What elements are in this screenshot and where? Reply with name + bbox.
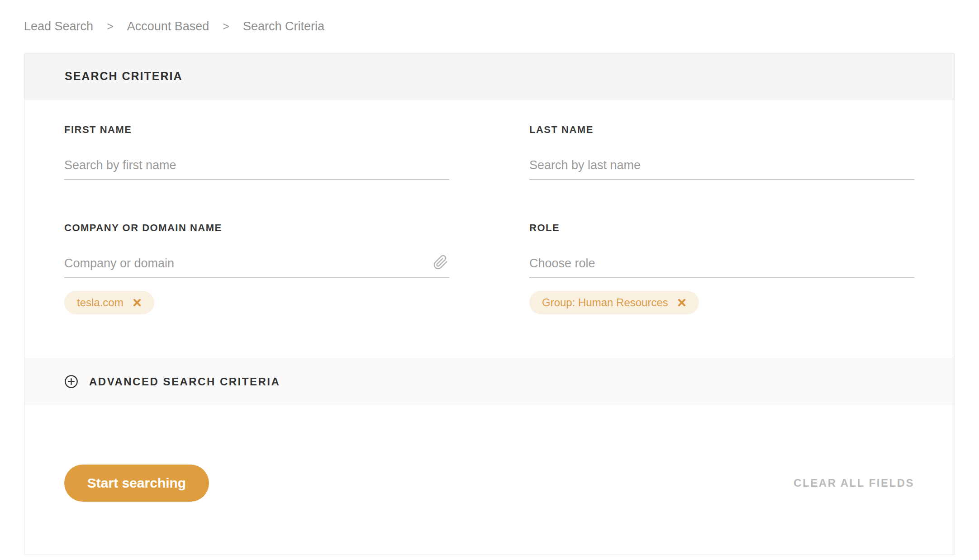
breadcrumb-separator-icon: > (223, 20, 229, 33)
clear-all-fields-button[interactable]: CLEAR ALL FIELDS (794, 477, 914, 489)
last-name-input[interactable] (529, 157, 914, 180)
company-tag-row: tesla.com (64, 291, 449, 314)
actions-row: Start searching CLEAR ALL FIELDS (24, 405, 955, 555)
company-tag: tesla.com (64, 291, 154, 314)
first-name-input[interactable] (64, 157, 449, 180)
breadcrumb-separator-icon: > (107, 20, 114, 33)
breadcrumb-search-criteria[interactable]: Search Criteria (243, 19, 324, 33)
paperclip-icon[interactable] (433, 255, 448, 272)
first-name-field: FIRST NAME (64, 124, 449, 180)
company-label: COMPANY OR DOMAIN NAME (64, 222, 449, 234)
breadcrumb: Lead Search > Account Based > Search Cri… (24, 18, 979, 34)
fields-section: FIRST NAME LAST NAME COMPANY OR DOMAIN N… (24, 100, 955, 314)
advanced-search-toggle[interactable]: ADVANCED SEARCH CRITERIA (24, 358, 955, 405)
role-field: ROLE Group: Human Resources (529, 222, 914, 314)
role-label: ROLE (529, 222, 914, 234)
breadcrumb-account-based[interactable]: Account Based (127, 19, 209, 33)
start-searching-button[interactable]: Start searching (64, 465, 209, 502)
search-criteria-card: SEARCH CRITERIA FIRST NAME LAST NAME COM… (24, 53, 955, 555)
remove-company-tag-icon[interactable] (132, 297, 143, 308)
breadcrumb-lead-search[interactable]: Lead Search (24, 19, 93, 33)
card-title: SEARCH CRITERIA (65, 70, 183, 83)
advanced-search-label: ADVANCED SEARCH CRITERIA (89, 375, 280, 388)
company-field: COMPANY OR DOMAIN NAME tesla.com (64, 222, 449, 314)
card-header: SEARCH CRITERIA (24, 53, 955, 100)
role-tag-row: Group: Human Resources (529, 291, 914, 314)
company-tag-label: tesla.com (77, 296, 124, 309)
last-name-field: LAST NAME (529, 124, 914, 180)
role-tag: Group: Human Resources (529, 291, 699, 314)
remove-role-tag-icon[interactable] (676, 297, 687, 308)
last-name-label: LAST NAME (529, 124, 914, 136)
plus-circle-icon (64, 375, 78, 389)
first-name-label: FIRST NAME (64, 124, 449, 136)
role-input[interactable] (529, 256, 914, 278)
company-input[interactable] (64, 256, 449, 278)
role-tag-label: Group: Human Resources (542, 296, 668, 309)
